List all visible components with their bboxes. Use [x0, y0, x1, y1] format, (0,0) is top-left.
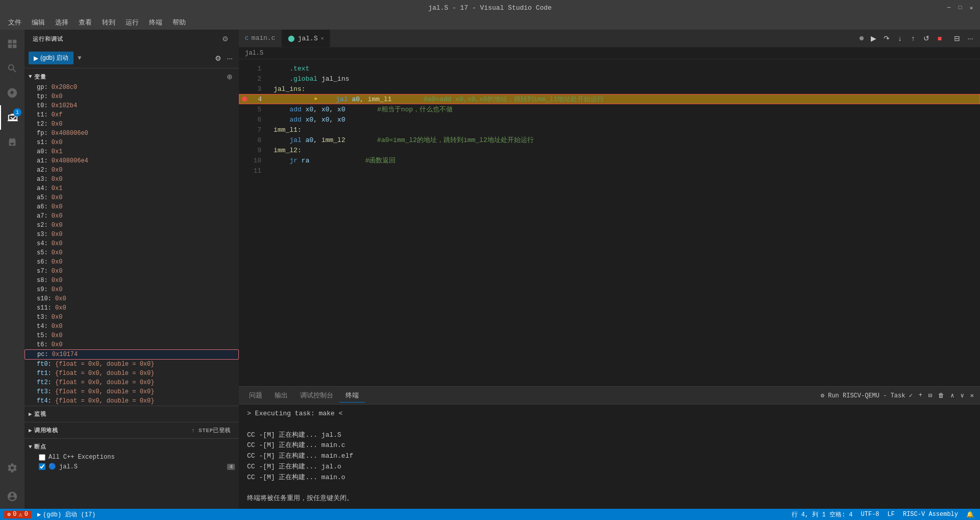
- bell-icon: 🔔: [966, 511, 974, 518]
- tab-jal-s-indicator: ⬤: [288, 35, 295, 42]
- var-ft4: ft4: {float = 0x0, double = 0x0}: [24, 396, 239, 406]
- menu-view[interactable]: 查看: [75, 17, 96, 28]
- sidebar-content: ▼ 变量 ⊕ gp: 0x208c0 tp: 0x0 t0: 0x102b4 t…: [24, 68, 239, 509]
- debug-badge: 1: [13, 108, 21, 116]
- activity-debug[interactable]: 1: [0, 105, 24, 130]
- line-num-8: 8: [249, 136, 270, 144]
- debug-step-into-btn[interactable]: ↓: [894, 33, 905, 44]
- bp-cpp-checkbox[interactable]: [39, 454, 45, 461]
- terminal-max-btn[interactable]: ∧: [948, 391, 956, 400]
- warning-count: 0: [24, 511, 28, 518]
- tab-bar: C main.c ⬤ jal.S ✕ ▶ ↷ ↓ ↑ ↺ ■ ⊟ ···: [239, 30, 980, 48]
- callstack-header[interactable]: ▶ 调用堆栈 ↑ STEP已登栈: [24, 424, 239, 436]
- var-a7: a7: 0x0: [24, 211, 239, 221]
- bp-area-4[interactable]: [239, 97, 250, 102]
- editor-more-btn[interactable]: ···: [965, 33, 976, 44]
- menu-file[interactable]: 文件: [4, 17, 26, 28]
- callstack-step-btn[interactable]: ↑ STEP已登栈: [191, 427, 231, 434]
- code-content-6: add x0, x0, x0: [270, 116, 980, 124]
- variables-section-header[interactable]: ▼ 变量 ⊕: [24, 70, 239, 83]
- var-s4: s4: 0x0: [24, 239, 239, 248]
- code-editor[interactable]: 1 .text 2 .global jal_ins 3 jal_ins:: [239, 59, 980, 386]
- activity-search[interactable]: [0, 56, 24, 81]
- var-s7: s7: 0x0: [24, 267, 239, 276]
- variables-arrow: ▼: [29, 74, 32, 80]
- bp-jal-checkbox[interactable]: [39, 463, 45, 470]
- tab-output[interactable]: 输出: [268, 389, 294, 402]
- debug-step-out-btn[interactable]: ↑: [908, 33, 919, 44]
- activity-settings[interactable]: [0, 456, 24, 480]
- status-language[interactable]: RISC-V Assembly: [901, 511, 960, 518]
- debug-step-over-btn[interactable]: ↷: [881, 33, 892, 44]
- var-t5: t5: 0x0: [24, 331, 239, 340]
- code-line-11: 11: [239, 166, 980, 176]
- tab-main-c[interactable]: C main.c: [239, 30, 282, 47]
- code-line-6: 6 add x0, x0, x0: [239, 114, 980, 125]
- menu-select[interactable]: 选择: [51, 17, 72, 28]
- var-t4: t4: 0x0: [24, 322, 239, 331]
- tab-terminal[interactable]: 终端: [339, 389, 365, 403]
- breakpoints-header[interactable]: ▼ 断点: [24, 441, 239, 453]
- toolbar-settings-btn[interactable]: ⚙: [213, 53, 224, 63]
- terminal-add-btn[interactable]: +: [917, 391, 924, 400]
- status-encoding[interactable]: UTF-8: [859, 511, 881, 518]
- watch-arrow: ▶: [29, 411, 32, 417]
- line-num-6: 6: [249, 116, 270, 124]
- watch-header[interactable]: ▶ 监视: [24, 408, 239, 420]
- terminal-close-btn[interactable]: ✕: [968, 391, 976, 400]
- var-s11: s11: 0x0: [24, 303, 239, 313]
- line-num-4: 4: [250, 96, 270, 103]
- menu-edit[interactable]: 编辑: [28, 17, 49, 28]
- terminal-min-btn[interactable]: ∨: [959, 391, 966, 400]
- editor-split-btn[interactable]: ⊟: [951, 33, 963, 44]
- status-line-col[interactable]: 行 4, 列 1 空格: 4: [790, 510, 855, 519]
- terminal-split-btn[interactable]: ⊟: [926, 391, 934, 400]
- activity-extensions[interactable]: [0, 130, 24, 154]
- code-line-2: 2 .global jal_ins: [239, 74, 980, 84]
- sidebar-settings-btn[interactable]: ⚙: [220, 35, 231, 43]
- bp-jal-label: jal.S: [59, 463, 78, 470]
- maximize-button[interactable]: □: [957, 4, 964, 11]
- bp-cpp-label: All C++ Exceptions: [48, 454, 115, 461]
- close-button[interactable]: ✕: [968, 4, 975, 11]
- code-content-1: .text: [270, 65, 980, 73]
- bp-jal-count: 4: [227, 464, 235, 470]
- debug-stop-btn[interactable]: ■: [934, 33, 945, 44]
- variables-refresh-btn[interactable]: ⊕: [225, 73, 235, 81]
- status-right: 行 4, 列 1 空格: 4 UTF-8 LF RISC-V Assembly …: [790, 510, 976, 519]
- activity-git[interactable]: [0, 81, 24, 105]
- code-content-8: jal a0, imm_l2 #a0=imm_l2的地址，跳转到imm_l2地址…: [270, 135, 980, 145]
- terminal-line-1: > Executing task: make <: [247, 409, 972, 419]
- tab-jal-s-close[interactable]: ✕: [321, 35, 324, 41]
- menu-run[interactable]: 运行: [121, 17, 143, 28]
- tab-jal-s-label: jal.S: [298, 35, 317, 42]
- title-bar: jal.S - 17 - Visual Studio Code ─ □ ✕: [0, 0, 980, 15]
- tab-problems[interactable]: 问题: [243, 389, 268, 402]
- terminal-trash-btn[interactable]: 🗑: [936, 391, 946, 400]
- terminal-content[interactable]: > Executing task: make < CC -[M] 正在构建...…: [239, 405, 980, 509]
- error-icon: ⊗: [7, 511, 11, 518]
- terminal-line-7: CC -[M] 正在构建... main.o: [247, 472, 972, 483]
- status-errors[interactable]: ⊗ 0 ⚠ 0: [4, 511, 31, 518]
- terminal-line-3: CC -[M] 正在构建... jal.S: [247, 430, 972, 441]
- run-button[interactable]: ▶ (gdb) 启动: [29, 52, 74, 64]
- status-notifications[interactable]: 🔔: [964, 511, 976, 518]
- activity-explorer[interactable]: [0, 32, 24, 56]
- var-t0: t0: 0x102b4: [24, 101, 239, 110]
- tab-jal-s[interactable]: ⬤ jal.S ✕: [282, 30, 330, 47]
- activity-user[interactable]: [0, 484, 24, 509]
- minimize-button[interactable]: ─: [945, 4, 952, 11]
- debug-restart-btn[interactable]: ↺: [921, 33, 932, 44]
- tab-debug-console[interactable]: 调试控制台: [294, 389, 339, 402]
- sidebar-header: 运行和调试 ⚙: [24, 30, 239, 48]
- status-line-ending[interactable]: LF: [886, 511, 897, 518]
- debug-continue-btn[interactable]: ▶: [868, 33, 879, 44]
- menu-terminal[interactable]: 终端: [145, 17, 166, 28]
- code-line-1: 1 .text: [239, 63, 980, 74]
- status-debug-info[interactable]: ▶ (gdb) 启动 (17): [35, 510, 97, 519]
- main-layout: 1 运行和调试 ⚙ ▶ (gdb) 启动 ▼: [0, 30, 980, 509]
- menu-help[interactable]: 帮助: [168, 17, 190, 28]
- var-s1: s1: 0x0: [24, 138, 239, 147]
- toolbar-more-btn[interactable]: ···: [225, 53, 235, 63]
- menu-goto[interactable]: 转到: [98, 17, 119, 28]
